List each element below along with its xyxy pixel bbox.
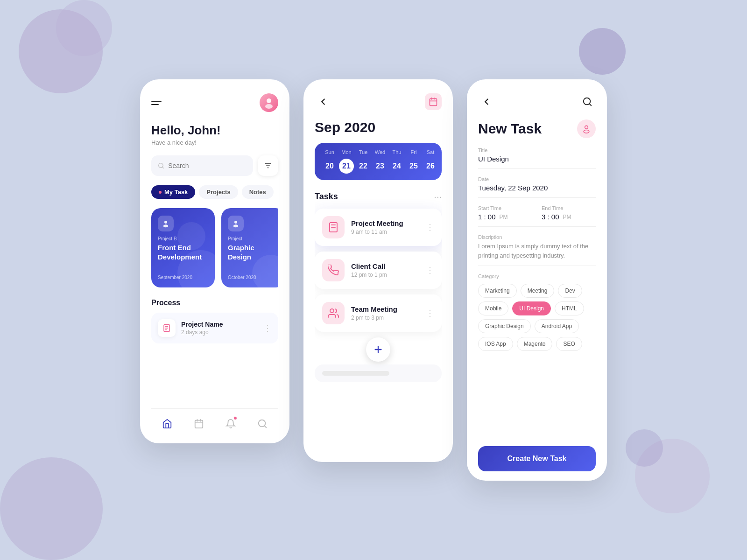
search-icon: [158, 162, 164, 169]
greeting-sub: Have a nice day!: [151, 139, 278, 146]
greeting-section: Hello, John! Have a nice day!: [151, 123, 278, 146]
category-label: Category: [478, 273, 596, 279]
month-title: Sep 2020: [315, 119, 442, 135]
tag-dev[interactable]: Dev: [558, 284, 582, 298]
tasks-section: Tasks ··· Project Meeting 9 am to 11 am …: [315, 191, 442, 453]
tag-seo[interactable]: SEO: [556, 337, 582, 351]
svg-point-28: [330, 309, 334, 313]
phone-calendar: Sep 2020 Sun 20 Mon 21 Tue 22 Wed 23 Thu…: [303, 79, 453, 462]
bg-decoration-6: [626, 429, 663, 467]
svg-point-7: [164, 221, 167, 224]
svg-line-20: [264, 426, 266, 427]
time-row: Start Time 1 : 00 PM End Time 3 : 00 PM: [478, 205, 596, 227]
project-card-design[interactable]: Project Graphic Design October 2020: [221, 208, 278, 287]
tag-marketing[interactable]: Marketing: [478, 284, 517, 298]
tab-notes[interactable]: Notes: [242, 185, 274, 199]
task-name-team: Team Meeting: [351, 305, 419, 313]
greeting-hello: Hello, John!: [151, 123, 278, 138]
tab-mytask[interactable]: My Task: [151, 185, 195, 199]
description-field: Discription Lorem Ipsum is simply dummy …: [478, 234, 596, 266]
phone2-header: [315, 93, 442, 110]
task-name-call: Client Call: [351, 262, 419, 270]
cal-day-fri[interactable]: Fri 25: [406, 149, 421, 174]
end-time-block: End Time 3 : 00 PM: [542, 205, 596, 221]
process-item-icon: [158, 319, 176, 337]
start-time-label: Start Time: [478, 205, 532, 211]
back-button-newtask[interactable]: [478, 93, 495, 110]
field-date-label: Date: [478, 176, 596, 182]
start-time-block: Start Time 1 : 00 PM: [478, 205, 532, 221]
svg-line-3: [162, 167, 164, 168]
task-more-call[interactable]: ⋮: [426, 265, 434, 275]
tag-magento[interactable]: Magento: [517, 337, 553, 351]
task-more-meeting[interactable]: ⋮: [426, 222, 434, 232]
search-button-newtask[interactable]: [579, 93, 596, 110]
filter-button[interactable]: [258, 155, 278, 176]
nav-calendar[interactable]: [190, 415, 207, 432]
create-task-button[interactable]: Create New Task: [478, 446, 596, 471]
svg-rect-15: [195, 420, 203, 428]
field-title-value[interactable]: UI Design: [478, 155, 596, 163]
cal-day-tue[interactable]: Tue 22: [356, 149, 371, 174]
filter-icon: [264, 161, 272, 170]
task-client-call[interactable]: Client Call 12 pm to 1 pm ⋮: [315, 252, 442, 289]
nav-home[interactable]: [159, 415, 176, 432]
task-project-meeting[interactable]: Project Meeting 9 am to 11 am ⋮: [315, 209, 442, 246]
task-team-meeting[interactable]: Team Meeting 2 pm to 3 pm ⋮: [315, 294, 442, 332]
calendar-strip: Sun 20 Mon 21 Tue 22 Wed 23 Thu 24 Fri 2…: [315, 143, 442, 180]
card-user-icon-1: [158, 216, 174, 231]
tag-graphicdesign[interactable]: Graphic Design: [478, 319, 531, 333]
field-date-value[interactable]: Tuesday, 22 Sep 2020: [478, 184, 596, 192]
tag-androidapp[interactable]: Android App: [535, 319, 579, 333]
task-ghost-line: [322, 371, 389, 376]
notification-dot: [233, 416, 237, 420]
tag-html[interactable]: HTML: [555, 301, 584, 315]
project-card-frontend[interactable]: Project B Front End Development Septembe…: [151, 208, 215, 287]
task-more-team[interactable]: ⋮: [426, 308, 434, 318]
tag-uidesign[interactable]: UI Design: [512, 301, 551, 315]
cal-day-wed[interactable]: Wed 23: [373, 149, 388, 174]
bg-decoration-4: [0, 457, 103, 560]
end-time-value[interactable]: 3 : 00 PM: [542, 213, 596, 221]
tasks-title: Tasks: [315, 192, 338, 202]
nav-search[interactable]: [254, 415, 271, 432]
cal-day-sat[interactable]: Sat 26: [423, 149, 438, 174]
task-icon-meeting: [322, 216, 345, 238]
cal-day-thu[interactable]: Thu 24: [389, 149, 404, 174]
tag-meeting[interactable]: Meeting: [521, 284, 555, 298]
tag-iosapp[interactable]: IOS App: [478, 337, 513, 351]
process-info: Project Name 2 days ago: [181, 321, 258, 336]
start-time-value[interactable]: 1 : 00 PM: [478, 213, 532, 221]
svg-point-33: [585, 126, 588, 129]
tag-mobile[interactable]: Mobile: [478, 301, 508, 315]
search-input[interactable]: [168, 162, 247, 169]
task-icon-call: [322, 259, 345, 281]
svg-line-32: [589, 104, 591, 105]
add-task-fab[interactable]: [366, 337, 390, 362]
process-more-dots[interactable]: ⋮: [263, 323, 272, 333]
svg-point-10: [233, 224, 239, 227]
card-user-icon-2: [228, 216, 244, 231]
task-user-avatar[interactable]: [577, 119, 596, 138]
tasks-header: Tasks ···: [315, 191, 442, 202]
process-time: 2 days ago: [181, 329, 258, 336]
description-label: Discription: [478, 234, 596, 240]
new-task-title: New Task: [478, 119, 596, 138]
bottom-nav: [151, 408, 278, 434]
field-title-label: Title: [478, 147, 596, 153]
search-box[interactable]: [151, 155, 253, 176]
description-text: Lorem Ipsum is simply dummy text of the …: [478, 242, 596, 260]
cal-day-mon[interactable]: Mon 21: [339, 149, 354, 174]
hamburger-menu[interactable]: [151, 101, 162, 105]
tab-projects[interactable]: Projects: [199, 185, 238, 199]
cal-day-sun[interactable]: Sun 20: [322, 149, 337, 174]
user-avatar[interactable]: [260, 93, 278, 112]
tasks-more-dots[interactable]: ···: [434, 191, 442, 202]
phone1-header: [151, 93, 278, 112]
field-title: Title UI Design: [478, 147, 596, 169]
process-item[interactable]: Project Name 2 days ago ⋮: [151, 313, 278, 343]
end-time-label: End Time: [542, 205, 596, 211]
nav-bell[interactable]: [222, 415, 239, 432]
back-button-calendar[interactable]: [315, 93, 331, 110]
svg-point-0: [267, 98, 271, 103]
